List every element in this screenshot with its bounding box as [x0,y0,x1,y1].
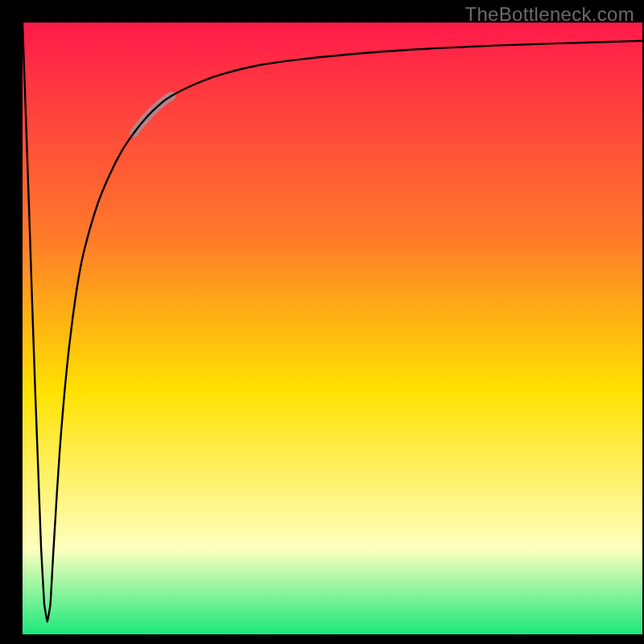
watermark-text: TheBottleneck.com [464,3,634,26]
gradient-background [23,23,642,634]
plot-area [23,23,642,634]
chart-container: TheBottleneck.com [0,0,644,644]
chart-svg [23,23,642,634]
